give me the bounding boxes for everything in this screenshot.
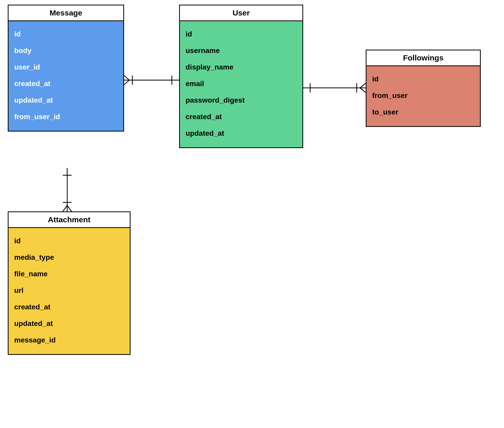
- entity-field: created_at: [186, 109, 297, 125]
- entity-title-followings: Followings: [366, 50, 480, 66]
- entity-field: url: [14, 282, 124, 299]
- entity-field: updated_at: [14, 92, 118, 109]
- entity-user: Useridusernamedisplay_nameemailpassword_…: [179, 5, 303, 148]
- entity-field: id: [14, 233, 124, 249]
- entity-field: id: [372, 71, 474, 87]
- entity-followings: Followingsidfrom_userto_user: [366, 50, 481, 127]
- entity-field: id: [14, 26, 118, 42]
- entity-field: media_type: [14, 249, 124, 266]
- entity-field: created_at: [14, 299, 124, 315]
- entity-body-attachment: idmedia_typefile_nameurlcreated_atupdate…: [9, 228, 130, 354]
- entity-field: username: [186, 42, 297, 59]
- entity-body-user: idusernamedisplay_nameemailpassword_dige…: [180, 21, 302, 147]
- svg-line-8: [360, 88, 366, 93]
- entity-field: from_user: [372, 87, 474, 104]
- entity-field: message_id: [14, 332, 124, 348]
- entity-body-followings: idfrom_userto_user: [366, 66, 480, 126]
- entity-message: Messageidbodyuser_idcreated_atupdated_at…: [8, 5, 124, 132]
- rel-user-message: [124, 75, 179, 85]
- entity-body-message: idbodyuser_idcreated_atupdated_atfrom_us…: [9, 21, 123, 131]
- entity-title-message: Message: [9, 5, 123, 21]
- entity-field: updated_at: [14, 315, 124, 332]
- entity-field: user_id: [14, 59, 118, 75]
- svg-line-1: [124, 75, 129, 80]
- entity-attachment: Attachmentidmedia_typefile_nameurlcreate…: [8, 211, 131, 355]
- svg-line-7: [360, 83, 366, 88]
- entity-field: email: [186, 75, 297, 92]
- entity-field: display_name: [186, 59, 297, 75]
- entity-title-attachment: Attachment: [9, 212, 130, 228]
- entity-field: id: [186, 26, 297, 42]
- entity-field: created_at: [14, 75, 118, 92]
- entity-field: file_name: [14, 266, 124, 282]
- entity-field: to_user: [372, 104, 474, 120]
- entity-field: updated_at: [186, 125, 297, 142]
- svg-line-2: [124, 80, 129, 85]
- rel-message-attachment: [63, 168, 72, 211]
- rel-user-followings: [303, 83, 366, 93]
- entity-field: from_user_id: [14, 109, 118, 125]
- svg-line-13: [67, 205, 72, 211]
- entity-field: body: [14, 42, 118, 59]
- entity-title-user: User: [180, 5, 302, 21]
- svg-line-12: [63, 205, 67, 211]
- entity-field: password_digest: [186, 92, 297, 109]
- er-diagram-canvas: { "diagram": { "entities": [ { "id": "me…: [0, 0, 504, 428]
